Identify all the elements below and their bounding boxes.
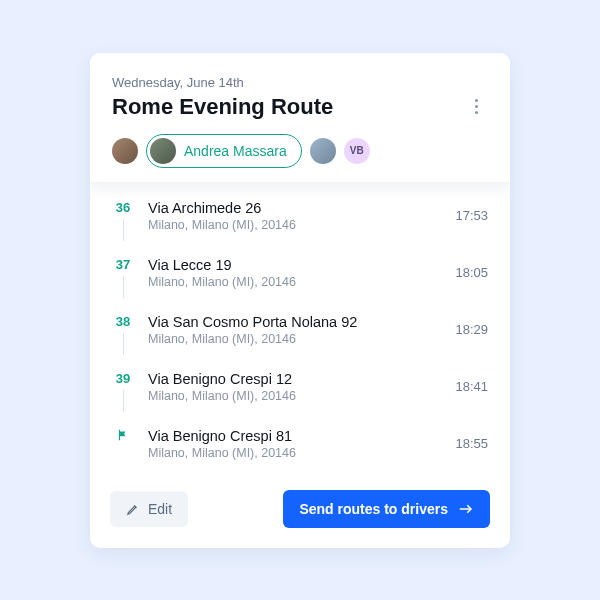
avatar[interactable] [310,138,336,164]
stop-city: Milano, Milano (MI), 20146 [148,389,441,403]
stop-city: Milano, Milano (MI), 20146 [148,275,441,289]
selected-driver-name: Andrea Massara [184,143,287,159]
stop-time: 18:05 [455,257,488,280]
stop-row[interactable]: 38 Via San Cosmo Porta Nolana 92 Milano,… [112,306,488,363]
connector-line [123,219,124,241]
stop-time: 18:29 [455,314,488,337]
stop-number: 39 [116,371,130,386]
destination-flag-icon [116,428,130,445]
stop-street: Via Archimede 26 [148,200,441,216]
stop-city: Milano, Milano (MI), 20146 [148,446,441,460]
stop-street: Via Benigno Crespi 12 [148,371,441,387]
pencil-icon [126,502,140,516]
edit-label: Edit [148,501,172,517]
stop-street: Via Lecce 19 [148,257,441,273]
card-footer: Edit Send routes to drivers [90,474,510,548]
stop-number-col: 37 [112,257,134,298]
stop-number: 38 [116,314,130,329]
stop-address: Via San Cosmo Porta Nolana 92 Milano, Mi… [148,314,441,346]
stop-city: Milano, Milano (MI), 20146 [148,218,441,232]
route-title: Rome Evening Route [112,94,333,120]
title-row: Rome Evening Route [112,94,488,120]
stop-time: 18:41 [455,371,488,394]
connector-line [123,276,124,298]
stop-number-col: 39 [112,371,134,412]
stop-row[interactable]: 36 Via Archimede 26 Milano, Milano (MI),… [112,192,488,249]
route-date: Wednesday, June 14th [112,75,488,90]
stop-address: Via Benigno Crespi 81 Milano, Milano (MI… [148,428,441,460]
selected-driver-chip[interactable]: Andrea Massara [146,134,302,168]
stop-number-col: 36 [112,200,134,241]
stop-city: Milano, Milano (MI), 20146 [148,332,441,346]
stop-time: 17:53 [455,200,488,223]
stop-number-col [112,428,134,445]
send-button[interactable]: Send routes to drivers [283,490,490,528]
stop-number: 37 [116,257,130,272]
avatar[interactable]: VB [344,138,370,164]
stop-number: 36 [116,200,130,215]
card-header: Wednesday, June 14th Rome Evening Route … [90,53,510,182]
drivers-row: Andrea Massara VB [112,134,488,168]
stop-number-col: 38 [112,314,134,355]
stops-list: 36 Via Archimede 26 Milano, Milano (MI),… [90,182,510,474]
stop-address: Via Archimede 26 Milano, Milano (MI), 20… [148,200,441,232]
route-card: Wednesday, June 14th Rome Evening Route … [90,53,510,548]
stop-address: Via Lecce 19 Milano, Milano (MI), 20146 [148,257,441,289]
edit-button[interactable]: Edit [110,491,188,527]
connector-line [123,390,124,412]
stop-street: Via San Cosmo Porta Nolana 92 [148,314,441,330]
connector-line [123,333,124,355]
stop-row[interactable]: Via Benigno Crespi 81 Milano, Milano (MI… [112,420,488,468]
send-icon [458,504,474,514]
stop-row[interactable]: 37 Via Lecce 19 Milano, Milano (MI), 201… [112,249,488,306]
stop-street: Via Benigno Crespi 81 [148,428,441,444]
more-options-icon[interactable] [464,95,488,119]
send-label: Send routes to drivers [299,501,448,517]
stop-address: Via Benigno Crespi 12 Milano, Milano (MI… [148,371,441,403]
avatar [150,138,176,164]
stop-row[interactable]: 39 Via Benigno Crespi 12 Milano, Milano … [112,363,488,420]
stop-time: 18:55 [455,428,488,451]
avatar[interactable] [112,138,138,164]
